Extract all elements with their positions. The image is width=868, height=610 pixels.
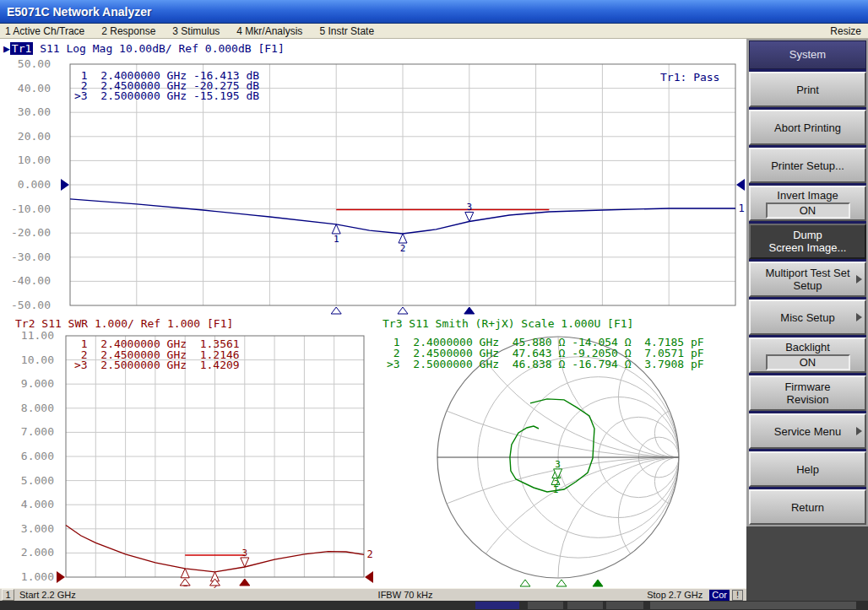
- charts-svg[interactable]: 11232123123: [0, 39, 746, 588]
- marker-stimulus-triangle: [593, 580, 603, 586]
- softkey-invert-image-state: ON: [766, 202, 850, 219]
- tr1-tick: 50.00: [2, 58, 51, 70]
- tr2-tick: 2.000: [5, 547, 54, 559]
- menu-item-response[interactable]: 2 Response: [101, 25, 155, 37]
- tr2-marker-row: >3 2.5000000 GHz 1.4209: [74, 360, 240, 371]
- softkey-printer-setup[interactable]: Printer Setup...: [749, 148, 866, 183]
- svg-text:3: 3: [241, 548, 247, 559]
- tr2-tick: 9.000: [5, 378, 54, 390]
- softkey-backlight[interactable]: BacklightON: [749, 337, 866, 373]
- instrument-status-strip: [0, 601, 868, 610]
- window-title: E5071C Network Analyzer: [7, 5, 151, 19]
- softkey-dump-screen-image[interactable]: DumpScreen Image...: [749, 224, 866, 259]
- tr3-marker-readout: 1 2.4000000 GHz 45.880 Ω -14.054 Ω 4.718…: [387, 337, 704, 370]
- svg-text:3: 3: [466, 202, 472, 213]
- softkey-misc-setup[interactable]: Misc Setup: [749, 300, 866, 335]
- tr1-tick: -10.00: [2, 203, 51, 215]
- tr1-tick: -30.00: [2, 251, 51, 263]
- tr1-tick: -50.00: [2, 300, 51, 311]
- marker-stimulus-triangle: [556, 580, 567, 586]
- resize-control[interactable]: Resize: [830, 25, 861, 37]
- marker-1: [332, 224, 340, 234]
- svg-text:2: 2: [400, 243, 406, 254]
- tr1-marker-row: >3 2.5000000 GHz -15.195 dB: [74, 91, 259, 101]
- stop-frequency: Stop 2.7 GHz: [647, 590, 703, 600]
- tr1-tick: 10.00: [2, 154, 51, 166]
- ref-level-arrow-left: [57, 571, 65, 583]
- tr2-tick: 4.000: [5, 499, 54, 510]
- svg-text:2: 2: [366, 548, 372, 560]
- softkey-return[interactable]: Return: [749, 489, 866, 525]
- tr1-tick: 30.00: [2, 106, 51, 118]
- menu-item-stimulus[interactable]: 3 Stimulus: [172, 25, 220, 37]
- tr2-tick: 1.000: [5, 571, 54, 583]
- tr1-tick: 40.00: [2, 83, 51, 94]
- titlebar[interactable]: E5071C Network Analyzer: [0, 0, 868, 24]
- svg-text:3: 3: [555, 459, 561, 470]
- softkey-backlight-state: ON: [766, 354, 850, 370]
- submenu-arrow-icon: [856, 427, 862, 435]
- tr2-marker-readout: 1 2.4000000 GHz 1.3561 2 2.4500000 GHz 1…: [74, 339, 240, 371]
- tr3-marker-row: >3 2.5000000 GHz 46.838 Ω -16.794 Ω 3.79…: [387, 359, 704, 370]
- menu-item-mkr-analysis[interactable]: 4 Mkr/Analysis: [236, 25, 302, 37]
- tr2-tick: 8.000: [5, 402, 54, 414]
- softkey-print[interactable]: Print: [749, 72, 866, 107]
- softkey-menu-title: System: [749, 40, 866, 69]
- softkey-service-menu[interactable]: Service Menu: [749, 413, 866, 449]
- tr3-smith-chart: 123: [75, 39, 746, 588]
- svg-text:1: 1: [738, 202, 744, 214]
- tr2-tick: 10.00: [5, 354, 54, 366]
- tr2-tick: 5.000: [5, 475, 54, 487]
- alert-badge: !: [732, 590, 743, 601]
- marker-stimulus-triangle: [464, 307, 475, 314]
- menu-item-active-ch-trace[interactable]: 1 Active Ch/Trace: [5, 25, 84, 37]
- active-trace-arrow: ▶: [3, 42, 10, 55]
- status-strip-box: [567, 602, 603, 609]
- tr1-format-text: S11 Log Mag 10.00dB/ Ref 0.000dB [F1]: [33, 42, 284, 55]
- marker-stimulus-triangle: [398, 307, 408, 314]
- marker-stimulus-triangle: [520, 580, 530, 586]
- marker-stimulus-triangle: [240, 579, 250, 586]
- status-strip-box: [475, 602, 519, 609]
- tr1-marker-readout: 1 2.4000000 GHz -16.413 dB 2 2.4500000 G…: [74, 71, 259, 101]
- softkey-sidebar: System PrintAbort PrintingPrinter Setup.…: [746, 39, 868, 601]
- softkey-multiport-test-set-setup[interactable]: Multiport Test SetSetup: [749, 262, 866, 297]
- status-bar: 1 Start 2.2 GHz IFBW 70 kHz Stop 2.7 GHz…: [0, 588, 746, 601]
- tr2-tick: 6.000: [5, 451, 54, 462]
- marker-3: [241, 558, 249, 567]
- tr2-plot: 2123: [57, 336, 373, 588]
- status-strip-box: [606, 602, 643, 609]
- softkey-firmware-revision[interactable]: FirmwareRevision: [749, 375, 866, 411]
- ref-level-arrow-right: [736, 179, 745, 191]
- marker-2: [399, 234, 407, 243]
- correction-badge: Cor: [709, 590, 730, 601]
- marker-1: [181, 569, 189, 578]
- svg-text:2: 2: [554, 478, 560, 489]
- tr1-tick: 0.000: [2, 179, 51, 191]
- submenu-arrow-icon: [856, 313, 862, 321]
- status-strip-box: [528, 602, 563, 609]
- softkey-help[interactable]: Help: [749, 451, 866, 487]
- tr1-tick: -20.00: [2, 227, 51, 239]
- start-frequency: Start 2.2 GHz: [19, 590, 76, 600]
- softkey-invert-image[interactable]: Invert ImageON: [749, 186, 866, 221]
- tr3-header[interactable]: Tr3 S11 Smith (R+jX) Scale 1.000U [F1]: [382, 317, 633, 330]
- ref-level-arrow-left: [61, 179, 69, 191]
- menu-bar: 1 Active Ch/Trace2 Response3 Stimulus4 M…: [0, 24, 868, 39]
- menu-item-instr-state[interactable]: 5 Instr State: [319, 25, 374, 37]
- tr1-header[interactable]: ▶Tr1 S11 Log Mag 10.00dB/ Ref 0.000dB [F…: [3, 42, 285, 55]
- svg-text:1: 1: [334, 234, 339, 245]
- tr1-label: Tr1: [10, 42, 33, 55]
- submenu-arrow-icon: [856, 275, 862, 283]
- softkey-abort-printing[interactable]: Abort Printing: [749, 110, 866, 145]
- ifbw-readout: IFBW 70 kHz: [321, 590, 490, 600]
- tr2-header[interactable]: Tr2 S11 SWR 1.000/ Ref 1.000 [F1]: [15, 317, 233, 330]
- tr2-tick: 11.00: [5, 330, 54, 342]
- marker-3: [465, 212, 474, 221]
- channel-indicator: 1: [2, 589, 14, 601]
- ref-level-arrow-right: [365, 571, 373, 583]
- tr1-tick: -40.00: [2, 275, 51, 287]
- tr2-tick: 3.000: [5, 523, 54, 535]
- tr1-tick: 20.00: [2, 131, 51, 143]
- tr2-tick: 7.000: [5, 426, 54, 438]
